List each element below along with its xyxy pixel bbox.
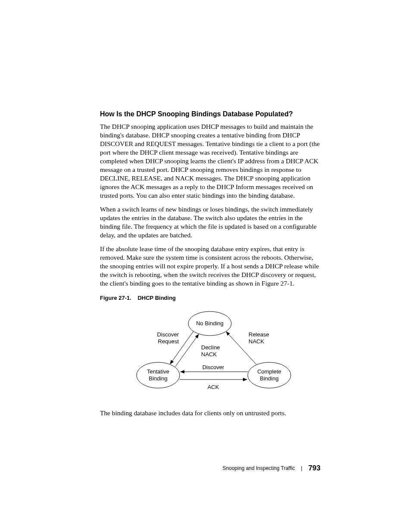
figure-number: Figure 27-1. <box>100 295 131 301</box>
node-tentative-l2: Binding <box>149 375 167 382</box>
figure-title: DHCP Binding <box>137 295 176 301</box>
dhcp-binding-diagram: No Binding Tentative Binding Complete Bi… <box>115 306 305 401</box>
label-release: Release <box>249 331 269 338</box>
label-nack-2: NACK <box>249 338 264 345</box>
node-complete-l1: Complete <box>257 368 281 375</box>
figure-caption: Figure 27-1. DHCP Binding <box>100 295 320 301</box>
footer-page-number: 793 <box>308 464 321 473</box>
paragraph-4: The binding database includes data for c… <box>100 409 320 417</box>
node-complete-l2: Binding <box>260 375 278 382</box>
node-no-binding: No Binding <box>196 320 224 327</box>
svg-line-4 <box>175 334 199 367</box>
label-request: Request <box>158 338 179 345</box>
label-ack: ACK <box>208 384 219 390</box>
node-tentative-l1: Tentative <box>147 368 169 375</box>
footer-section: Snooping and Inspecting Traffic <box>223 465 295 471</box>
label-discover-2: Discover <box>202 364 224 370</box>
footer-separator: | <box>301 465 302 471</box>
label-discover: Discover <box>157 331 179 338</box>
label-decline: Decline <box>201 344 220 351</box>
paragraph-2: When a switch learns of new bindings or … <box>100 205 320 240</box>
label-nack-1: NACK <box>201 351 217 358</box>
section-heading: How Is the DHCP Snooping Bindings Databa… <box>100 110 320 118</box>
paragraph-3: If the absolute lease time of the snoopi… <box>100 245 320 288</box>
page-content: How Is the DHCP Snooping Bindings Databa… <box>100 110 320 423</box>
paragraph-1: The DHCP snooping application uses DHCP … <box>100 122 320 200</box>
page-footer: Snooping and Inspecting Traffic | 793 <box>223 464 321 473</box>
